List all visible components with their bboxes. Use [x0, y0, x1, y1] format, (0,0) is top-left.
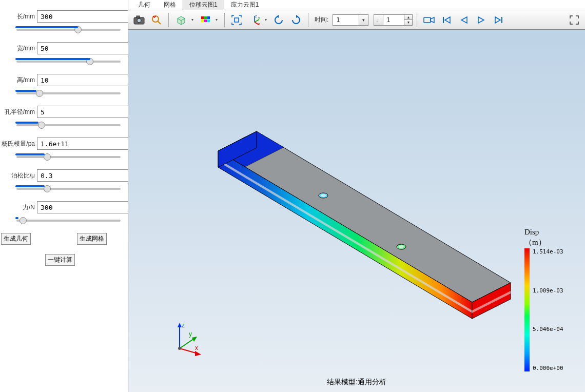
generate-mesh-button[interactable]: 生成网格: [77, 233, 107, 245]
svg-rect-13: [204, 19, 207, 22]
legend-tick-2: 1.009e-03: [533, 287, 563, 294]
probe-button[interactable]: [149, 12, 164, 28]
tab-stress[interactable]: 应力云图1: [224, 0, 266, 10]
screenshot-button[interactable]: [131, 12, 147, 28]
svg-text:x: x: [195, 344, 198, 351]
legend-tick-1: 5.046e-04: [533, 326, 563, 332]
legend-tick-max: 1.514e-03: [533, 248, 563, 255]
fit-view-button[interactable]: [229, 12, 244, 28]
length-slider[interactable]: [16, 28, 121, 31]
width-slider[interactable]: [16, 60, 121, 63]
youngs-slider[interactable]: [16, 155, 121, 159]
svg-rect-9: [201, 16, 204, 19]
rotate-cw-button[interactable]: [288, 12, 304, 28]
fullscreen-button[interactable]: [567, 12, 582, 28]
force-input[interactable]: [37, 201, 131, 213]
generate-geometry-button[interactable]: 生成几何: [1, 233, 31, 245]
colormap-button[interactable]: ▾: [198, 12, 220, 28]
axes-triad: z y x: [169, 320, 205, 356]
svg-text:y: y: [189, 330, 192, 338]
legend-tick-min: 0.000e+00: [533, 365, 563, 371]
length-label: 长/mm: [0, 12, 37, 21]
cube-icon: [176, 15, 187, 25]
video-camera-icon: [423, 16, 435, 24]
colormap-icon: [200, 15, 210, 25]
svg-rect-12: [201, 19, 204, 22]
svg-point-40: [321, 194, 326, 197]
calculate-button[interactable]: 一键计算: [45, 254, 75, 266]
time-combo[interactable]: 1 ▾: [333, 14, 368, 26]
poisson-slider[interactable]: [16, 187, 121, 190]
svg-point-1: [137, 18, 141, 23]
width-input[interactable]: [37, 42, 131, 54]
poisson-input[interactable]: [37, 169, 131, 182]
spinner-down-button[interactable]: ▼: [404, 20, 412, 25]
force-slider[interactable]: [16, 219, 121, 222]
svg-marker-47: [192, 337, 197, 342]
rotate-ccw-button[interactable]: [271, 12, 286, 28]
svg-point-52: [178, 347, 181, 350]
svg-rect-24: [424, 17, 431, 23]
chevron-down-icon: ▾: [191, 17, 193, 22]
chevron-down-icon: ▾: [216, 17, 218, 22]
svg-marker-25: [431, 17, 434, 23]
svg-marker-22: [277, 15, 279, 18]
viewport-3d[interactable]: z y x 结果模型:通用分析 Disp （m） 1.514e-03 1.009…: [128, 30, 585, 392]
last-frame-button[interactable]: [491, 12, 506, 28]
time-value: 1: [333, 16, 359, 24]
rotate-ccw-icon: [274, 15, 284, 25]
first-frame-button[interactable]: [439, 12, 454, 28]
play-icon: [477, 16, 485, 24]
chevron-down-icon: ▾: [265, 17, 267, 22]
hole-radius-label: 孔半径/mm: [0, 108, 37, 116]
svg-rect-10: [204, 16, 207, 19]
svg-marker-30: [495, 17, 500, 23]
svg-marker-35: [218, 159, 472, 313]
svg-rect-14: [207, 19, 210, 22]
prev-frame-button[interactable]: [456, 12, 472, 28]
frame-spinner[interactable]: 」 1 ▲ ▼: [374, 14, 413, 26]
legend-unit: （m）: [524, 238, 576, 247]
svg-line-46: [180, 339, 194, 348]
legend-color-bar: [524, 248, 530, 371]
svg-marker-50: [195, 351, 201, 356]
width-label: 宽/mm: [0, 44, 37, 53]
svg-text:y: y: [258, 16, 260, 20]
svg-rect-11: [207, 16, 210, 19]
tab-mesh[interactable]: 网格: [157, 0, 183, 10]
svg-text:x: x: [258, 22, 260, 25]
svg-text:z: z: [182, 322, 185, 329]
height-input[interactable]: [37, 74, 131, 86]
tab-displacement[interactable]: 位移云图1: [183, 0, 224, 10]
probe-icon: [151, 15, 162, 25]
orientation-button[interactable]: z y x ▾: [246, 12, 269, 28]
hole-radius-input[interactable]: [37, 106, 131, 118]
poisson-label: 泊松比/μ: [0, 171, 37, 180]
tab-geometry[interactable]: 几何: [131, 0, 157, 10]
result-model-label: 结果模型:通用分析: [128, 378, 585, 387]
svg-rect-2: [136, 16, 140, 18]
svg-marker-29: [478, 17, 484, 23]
length-input[interactable]: [37, 10, 131, 23]
hole-radius-slider[interactable]: [16, 124, 121, 127]
height-slider[interactable]: [16, 92, 121, 95]
frame-value: 1: [383, 15, 404, 25]
record-button[interactable]: [421, 12, 437, 28]
svg-marker-23: [296, 15, 298, 18]
svg-marker-28: [461, 17, 467, 23]
tab-bar: 几何 网格 位移云图1 应力云图1: [128, 0, 585, 10]
spinner-up-button[interactable]: ▲: [404, 15, 412, 21]
chevron-down-icon[interactable]: ▾: [359, 15, 368, 25]
svg-rect-15: [235, 18, 239, 22]
svg-marker-27: [445, 17, 450, 23]
frame-prefix-icon: 」: [374, 15, 383, 25]
display-mode-button[interactable]: ▾: [173, 12, 196, 28]
time-label: 时间:: [315, 15, 328, 24]
svg-marker-44: [178, 323, 182, 327]
youngs-input[interactable]: [37, 138, 131, 150]
legend-title: Disp: [524, 228, 576, 237]
play-button[interactable]: [474, 12, 489, 28]
play-reverse-icon: [460, 16, 468, 24]
camera-icon: [133, 15, 145, 25]
svg-point-42: [399, 245, 404, 248]
